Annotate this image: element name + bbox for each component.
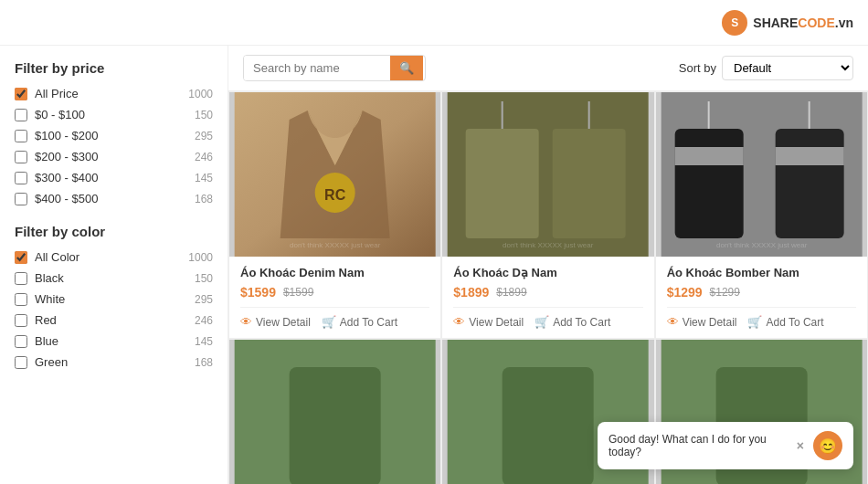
price-label: $100 - $200 <box>35 129 98 142</box>
price-filter-section: Filter by price All Price 1000 $0 - $100… <box>15 60 213 205</box>
price-old: $1299 <box>710 286 740 299</box>
svg-rect-22 <box>503 367 594 484</box>
color-filter-item: Black 150 <box>15 271 213 285</box>
price-checkbox[interactable] <box>15 88 27 100</box>
product-actions: 👁 View Detail 🛒 Add To Cart <box>667 307 856 329</box>
color-label: White <box>35 292 65 306</box>
price-current: $1299 <box>667 285 703 300</box>
price-filter-item: $100 - $200 295 <box>15 129 213 142</box>
price-checkbox[interactable] <box>15 193 27 205</box>
product-info: Áo Khoác Dạ Nam $1899 $1899 👁 View Detai… <box>442 257 653 338</box>
search-input[interactable] <box>244 56 390 80</box>
product-name: Áo Khoác Bomber Nam <box>667 266 856 279</box>
svg-rect-6 <box>553 129 626 238</box>
color-count: 295 <box>195 293 213 306</box>
view-detail-button[interactable]: 👁 View Detail <box>240 315 311 329</box>
sort-label: Sort by <box>679 61 716 75</box>
add-to-cart-label: Add To Cart <box>340 316 397 329</box>
svg-text:don't think XXXXX just wear: don't think XXXXX just wear <box>290 241 381 249</box>
color-filter-list: All Color 1000 Black 150 White 295 Red 2… <box>15 250 213 369</box>
product-actions: 👁 View Detail 🛒 Add To Cart <box>240 307 429 329</box>
color-count: 246 <box>195 314 213 327</box>
product-name: Áo Khoác Denim Nam <box>240 266 429 279</box>
color-checkbox[interactable] <box>15 335 27 348</box>
price-filter-title: Filter by price <box>15 60 213 76</box>
view-detail-button[interactable]: 👁 View Detail <box>453 315 524 329</box>
search-box: 🔍 <box>243 55 426 81</box>
product-info: Áo Khoác Bomber Nam $1299 $1299 👁 View D… <box>656 257 867 338</box>
product-info: Áo Khoác Denim Nam $1599 $1599 👁 View De… <box>229 257 440 338</box>
color-checkbox[interactable] <box>15 314 27 327</box>
price-checkbox[interactable] <box>15 130 27 142</box>
color-count: 145 <box>195 335 213 348</box>
price-count: 246 <box>195 151 213 163</box>
search-button[interactable]: 🔍 <box>390 56 423 80</box>
price-checkbox[interactable] <box>15 172 27 184</box>
chat-widget: Good day! What can I do for you today? ×… <box>598 422 853 469</box>
color-checkbox[interactable] <box>15 293 27 306</box>
svg-text:don't think XXXXX just wear: don't think XXXXX just wear <box>716 241 808 249</box>
view-detail-label: View Detail <box>683 316 737 329</box>
color-count: 1000 <box>188 251 213 264</box>
price-filter-left: $400 - $500 <box>15 192 98 205</box>
color-checkbox[interactable] <box>15 272 27 285</box>
product-price: $1299 $1299 <box>667 285 856 300</box>
product-image: RC don't think XXXXX just wear <box>229 92 440 257</box>
color-filter-item: Blue 145 <box>15 334 213 348</box>
color-filter-left: Blue <box>15 334 58 348</box>
price-filter-left: $200 - $300 <box>15 150 98 163</box>
color-filter-section: Filter by color All Color 1000 Black 150… <box>15 224 213 369</box>
product-actions: 👁 View Detail 🛒 Add To Cart <box>453 307 642 329</box>
svg-rect-19 <box>290 367 381 484</box>
price-checkbox[interactable] <box>15 109 27 121</box>
product-card: don't think XXXXX just wear Áo Khoác Dạ … <box>441 91 654 339</box>
price-filter-left: $0 - $100 <box>15 108 85 121</box>
view-detail-label: View Detail <box>256 316 311 329</box>
price-filter-left: $300 - $400 <box>15 171 98 184</box>
color-filter-item: White 295 <box>15 292 213 306</box>
price-filter-list: All Price 1000 $0 - $100 150 $100 - $200… <box>15 87 213 205</box>
view-detail-button[interactable]: 👁 View Detail <box>667 315 737 329</box>
product-card: don't think XXXXX just wear Áo Khoác Nam… <box>228 339 441 484</box>
logo-icon: S <box>722 10 747 36</box>
logo: S SHARECODE.vn <box>722 10 853 36</box>
chat-close-button[interactable]: × <box>797 438 804 453</box>
color-checkbox[interactable] <box>15 356 27 369</box>
price-count: 150 <box>195 109 213 121</box>
svg-rect-14 <box>775 147 843 165</box>
add-to-cart-button[interactable]: 🛒 Add To Cart <box>747 315 823 329</box>
product-card: RC don't think XXXXX just wear Áo Khoác … <box>228 91 441 339</box>
price-filter-left: $100 - $200 <box>15 129 98 142</box>
product-card: don't think XXXXX just wear Áo Khoác Bom… <box>655 91 868 339</box>
product-image: don't think XXXXX just wear <box>442 92 653 257</box>
color-checkbox[interactable] <box>15 251 27 264</box>
add-to-cart-label: Add To Cart <box>766 316 823 329</box>
product-image: don't think XXXXX just wear <box>229 340 440 484</box>
price-filter-item: $0 - $100 150 <box>15 108 213 121</box>
cart-icon: 🛒 <box>535 315 549 329</box>
product-price: $1899 $1899 <box>453 285 642 300</box>
toolbar: 🔍 Sort by Default Price: Low to High Pri… <box>228 46 868 91</box>
color-count: 150 <box>195 272 213 285</box>
color-filter-left: All Color <box>15 250 79 264</box>
price-label: All Price <box>35 87 79 100</box>
svg-rect-11 <box>674 129 743 238</box>
svg-rect-13 <box>674 147 743 165</box>
sort-select[interactable]: Default Price: Low to High Price: High t… <box>722 56 853 80</box>
color-label: Blue <box>35 334 58 348</box>
color-filter-item: All Color 1000 <box>15 250 213 264</box>
add-to-cart-button[interactable]: 🛒 Add To Cart <box>322 315 397 329</box>
price-label: $400 - $500 <box>35 192 98 205</box>
add-to-cart-button[interactable]: 🛒 Add To Cart <box>535 315 610 329</box>
color-filter-left: Black <box>15 271 64 285</box>
color-filter-item: Green 168 <box>15 355 213 369</box>
price-checkbox[interactable] <box>15 151 27 163</box>
view-detail-label: View Detail <box>469 316 524 329</box>
price-current: $1899 <box>453 285 489 300</box>
price-count: 295 <box>195 130 213 142</box>
price-filter-item: $200 - $300 246 <box>15 150 213 163</box>
chat-message: Good day! What can I do for you today? <box>609 433 788 458</box>
price-current: $1599 <box>240 285 276 300</box>
price-label: $200 - $300 <box>35 150 98 163</box>
price-count: 145 <box>195 172 213 184</box>
